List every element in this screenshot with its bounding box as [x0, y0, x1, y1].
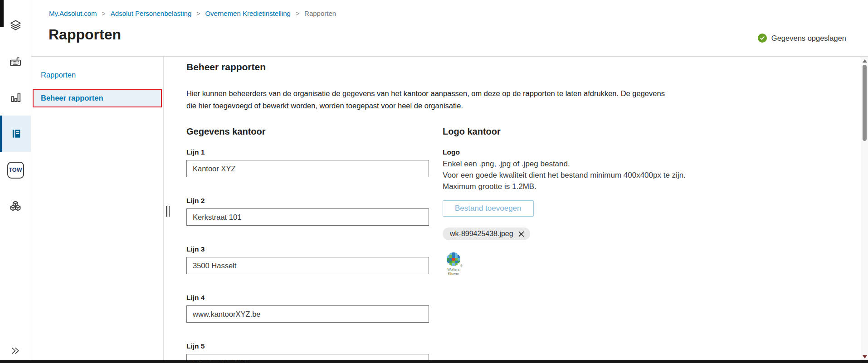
field-lijn-3: Lijn 3 — [186, 245, 429, 274]
registered-trademark: ® — [460, 264, 463, 267]
logo-label: Logo — [443, 148, 712, 156]
breadcrumb-link-personenbelasting[interactable]: Adsolut Personenbelasting — [111, 10, 191, 17]
uploaded-file-chip[interactable]: wk-899425438.jpeg — [443, 227, 530, 240]
office-section-title: Gegevens kantoor — [186, 126, 429, 137]
content-heading: Beheer rapporten — [186, 61, 868, 73]
logo-hint-quality: Voor een goede kwaliteit dient het besta… — [443, 169, 712, 192]
lijn-3-input[interactable] — [186, 257, 429, 274]
reports-subnav: Rapporten Beheer rapporten — [31, 57, 164, 363]
save-status: Gegevens opgeslagen — [758, 34, 846, 43]
logo-preview: ® Wolters Kluwer — [443, 252, 464, 276]
app-window: TOW My.Adsolut.com — [0, 0, 868, 363]
lijn-5-label: Lijn 5 — [186, 342, 429, 350]
breadcrumb: My.Adsolut.com > Adsolut Personenbelasti… — [49, 10, 336, 17]
panel-resize-handle[interactable] — [166, 206, 170, 217]
breadcrumb-link-kredietinstelling[interactable]: Overnemen Kredietinstelling — [205, 10, 290, 17]
scroll-up-arrow-icon[interactable] — [863, 59, 867, 63]
double-chevron-right-icon — [10, 346, 20, 356]
lijn-4-label: Lijn 4 — [186, 293, 429, 302]
breadcrumb-separator-icon: > — [102, 10, 106, 17]
breadcrumb-separator-icon: > — [196, 10, 200, 17]
layers-icon — [10, 19, 22, 31]
logo-caption-line1: Wolters — [443, 267, 464, 271]
sidebar-item-layers[interactable] — [0, 7, 31, 43]
logo-section: Logo kantoor Logo Enkel een .png, .jpg o… — [443, 126, 712, 363]
sidebar-item-modules[interactable] — [0, 188, 31, 224]
cubes-icon — [9, 200, 22, 213]
tow-icon: TOW — [7, 162, 24, 179]
save-status-label: Gegevens opgeslagen — [771, 34, 846, 43]
window-bottom-edge — [0, 360, 868, 363]
sidebar-item-reports[interactable] — [0, 116, 31, 152]
field-lijn-5: Lijn 5 — [186, 342, 429, 363]
main-content: Beheer rapporten Hier kunnen beheerders … — [164, 57, 868, 363]
lijn-2-label: Lijn 2 — [186, 196, 429, 205]
uploaded-file-name: wk-899425438.jpeg — [450, 230, 513, 238]
subnav-item-beheer-rapporten[interactable]: Beheer rapporten — [33, 89, 162, 107]
lijn-4-input[interactable] — [186, 305, 429, 323]
subnav-item-rapporten[interactable]: Rapporten — [31, 68, 163, 82]
breadcrumb-separator-icon: > — [296, 10, 299, 17]
sidebar-expand-button[interactable] — [0, 346, 31, 356]
sidebar-item-statistics[interactable] — [0, 79, 31, 116]
logo-caption-line2: Kluwer — [443, 271, 464, 276]
check-circle-icon — [758, 34, 767, 43]
remove-file-icon[interactable] — [518, 231, 524, 237]
keyboard-icon — [9, 55, 22, 68]
report-book-icon — [10, 128, 22, 140]
lijn-1-label: Lijn 1 — [186, 148, 429, 156]
breadcrumb-current: Rapporten — [304, 10, 336, 17]
logo-section-title: Logo kantoor — [443, 126, 712, 137]
breadcrumb-link-home[interactable]: My.Adsolut.com — [49, 10, 97, 17]
content-description: Hier kunnen beheerders van de organisati… — [186, 87, 669, 112]
page-title: Rapporten — [49, 25, 121, 44]
sidebar-item-tow[interactable]: TOW — [0, 152, 31, 188]
icon-sidebar: TOW — [0, 0, 31, 363]
field-lijn-4: Lijn 4 — [186, 293, 429, 323]
bar-chart-icon — [10, 92, 22, 104]
page-header: My.Adsolut.com > Adsolut Personenbelasti… — [31, 0, 868, 57]
add-file-button[interactable]: Bestand toevoegen — [443, 200, 534, 217]
field-lijn-1: Lijn 1 — [186, 148, 429, 177]
window-corner-strip — [0, 0, 4, 27]
lijn-3-label: Lijn 3 — [186, 245, 429, 253]
scroll-down-arrow-icon[interactable] — [863, 355, 867, 358]
scrollbar-thumb[interactable] — [863, 65, 867, 141]
office-data-section: Gegevens kantoor Lijn 1 Lijn 2 Lijn 3 — [186, 126, 429, 363]
logo-caption: Wolters Kluwer — [443, 267, 464, 276]
lijn-1-input[interactable] — [186, 160, 429, 177]
lijn-2-input[interactable] — [186, 208, 429, 226]
sidebar-item-keyboard[interactable] — [0, 43, 31, 79]
vertical-scrollbar[interactable] — [861, 57, 868, 360]
field-lijn-2: Lijn 2 — [186, 196, 429, 226]
wolters-kluwer-logo-image — [447, 252, 460, 266]
logo-hint-filetypes: Enkel een .png, .jpg of .jpeg bestand. — [443, 158, 712, 169]
